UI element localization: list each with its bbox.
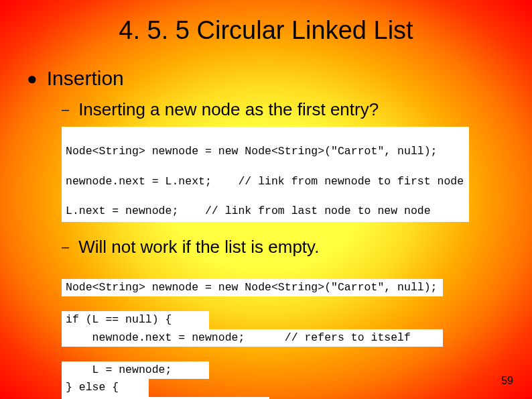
slide-content: ● Insertion – Inserting a new node as th… xyxy=(27,67,505,399)
bullet-item: ● Insertion xyxy=(27,67,505,90)
code-line: newnode.next = newnode; // refers to its… xyxy=(62,329,443,347)
code-line: L = newnode; xyxy=(62,361,209,379)
bullet-label: Insertion xyxy=(47,67,124,90)
slide: 4. 5. 5 Circular Linked List ● Insertion… xyxy=(0,0,532,399)
sub-bullet-label: Inserting a new node as the first entry? xyxy=(78,99,379,120)
code-block-1: Node<String> newnode = new Node<String>(… xyxy=(62,127,469,222)
sub-bullet-item: – Inserting a new node as the first entr… xyxy=(62,99,505,120)
bullet-disc-icon: ● xyxy=(27,70,38,87)
code-line: L.next = newnode; // link from last node… xyxy=(66,204,464,219)
dash-icon: – xyxy=(62,102,69,117)
code-line: Node<String> newnode = new Node<String>(… xyxy=(62,279,443,296)
sub-bullet-item: – Will not work if the list is empty. xyxy=(62,237,505,258)
page-number: 59 xyxy=(501,375,513,387)
code-line: if (L == null) { xyxy=(62,311,209,329)
code-line: } else { xyxy=(62,379,149,396)
code-block-2: Node<String> newnode = new Node<String>(… xyxy=(62,264,443,399)
code-line: Node<String> newnode = new Node<String>(… xyxy=(66,144,464,159)
slide-title: 4. 5. 5 Circular Linked List xyxy=(0,16,532,45)
dash-icon: – xyxy=(62,239,69,255)
code-line: newnode.next = L.next; // link from newn… xyxy=(66,174,464,189)
sub-bullet-label: Will not work if the list is empty. xyxy=(78,237,319,258)
